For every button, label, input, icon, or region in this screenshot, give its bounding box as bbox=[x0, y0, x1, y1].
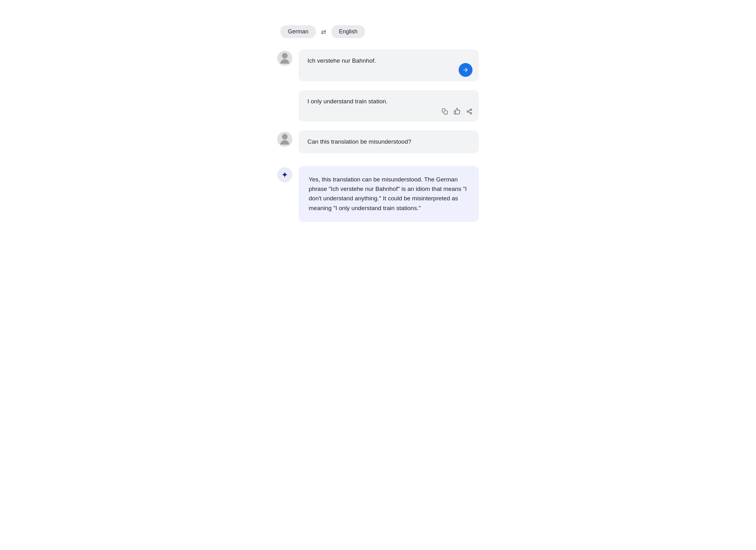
language-bar: German ⇄ English bbox=[277, 25, 479, 38]
share-icon[interactable] bbox=[466, 108, 473, 117]
user-avatar-2 bbox=[277, 132, 292, 147]
svg-line-4 bbox=[468, 112, 470, 113]
source-language-button[interactable]: German bbox=[280, 25, 316, 38]
avatar-body-2 bbox=[280, 140, 289, 145]
translation-result-bubble: I only understand train station. bbox=[299, 90, 479, 122]
avatar-body bbox=[280, 59, 289, 64]
user-message-2-row: Can this translation be misunderstood? bbox=[277, 130, 479, 153]
translation-action-icons bbox=[442, 108, 473, 117]
user-input-bubble-1: Ich verstehe nur Bahnhof. bbox=[299, 49, 479, 81]
ai-response-bubble: Yes, this translation can be misundersto… bbox=[299, 166, 479, 222]
user-avatar-1 bbox=[277, 51, 292, 66]
ai-response-row: ✦ Yes, this translation can be misunders… bbox=[277, 166, 479, 222]
user-question-bubble: Can this translation be misunderstood? bbox=[299, 130, 479, 153]
swap-languages-icon[interactable]: ⇄ bbox=[321, 28, 326, 36]
svg-line-5 bbox=[468, 110, 470, 111]
sparkle-icon: ✦ bbox=[281, 171, 288, 179]
user-input-text-1: Ich verstehe nur Bahnhof. bbox=[307, 57, 376, 64]
person-avatar-shape bbox=[280, 53, 289, 64]
user-question-text: Can this translation be misunderstood? bbox=[307, 138, 411, 145]
avatar-head bbox=[282, 53, 288, 59]
main-container: German ⇄ English Ich verstehe nur Bahnho… bbox=[265, 13, 491, 243]
svg-rect-0 bbox=[444, 111, 448, 114]
translate-button[interactable] bbox=[459, 63, 473, 77]
user-message-1-row: Ich verstehe nur Bahnhof. bbox=[277, 49, 479, 81]
ai-avatar: ✦ bbox=[277, 167, 292, 182]
ai-response-text: Yes, this translation can be misundersto… bbox=[309, 176, 467, 211]
translation-text: I only understand train station. bbox=[307, 98, 388, 105]
person-avatar-shape-2 bbox=[280, 134, 289, 145]
target-language-button[interactable]: English bbox=[331, 25, 365, 38]
avatar-head-2 bbox=[282, 134, 288, 140]
copy-icon[interactable] bbox=[442, 108, 448, 117]
feedback-icon[interactable] bbox=[454, 108, 461, 117]
arrow-right-icon bbox=[462, 67, 469, 73]
